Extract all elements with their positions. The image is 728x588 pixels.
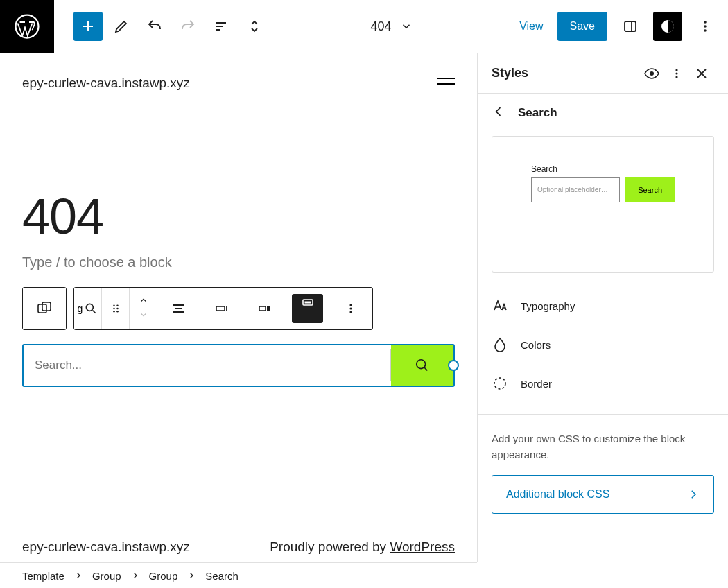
button-position-button[interactable] — [243, 288, 286, 329]
site-title[interactable]: epy-curlew-cava.instawp.xyz — [22, 76, 190, 91]
border-item[interactable]: Border — [478, 364, 728, 403]
additional-css-button[interactable]: Additional block CSS — [492, 475, 714, 514]
list-icon — [213, 18, 229, 35]
more-vertical-icon — [697, 18, 713, 35]
sidebar-icon — [622, 18, 639, 35]
add-block-button[interactable] — [73, 12, 103, 41]
footer-site-title[interactable]: epy-curlew-cava.instawp.xyz — [22, 539, 190, 555]
chevron-left-icon — [492, 105, 505, 119]
stylebook-button[interactable] — [639, 61, 664, 86]
styles-options-button[interactable] — [664, 61, 689, 86]
styles-nav: Search — [478, 94, 728, 132]
drop-icon — [492, 336, 508, 353]
svg-point-14 — [116, 311, 119, 313]
document-title[interactable]: 404 — [269, 19, 514, 34]
svg-point-24 — [650, 71, 654, 76]
wordpress-link[interactable]: WordPress — [390, 539, 455, 554]
drag-icon — [109, 302, 123, 315]
view-button[interactable]: View — [514, 15, 548, 38]
css-button-label: Additional block CSS — [506, 488, 609, 501]
styles-panel-title: Styles — [492, 66, 639, 80]
border-label: Border — [521, 378, 552, 390]
svg-point-12 — [116, 308, 119, 310]
search-icon — [84, 302, 98, 315]
redo-button[interactable] — [173, 12, 202, 41]
svg-point-28 — [494, 378, 505, 389]
toolbar-right-group: View Save — [514, 12, 720, 41]
button-style-button[interactable] — [286, 288, 329, 329]
move-down-button[interactable] — [137, 309, 150, 323]
wordpress-logo[interactable] — [0, 0, 54, 53]
drag-handle[interactable] — [102, 288, 130, 329]
svg-point-10 — [116, 305, 119, 307]
colors-label: Colors — [521, 339, 551, 351]
resize-handle[interactable] — [448, 360, 459, 371]
border-icon — [492, 375, 508, 392]
svg-point-23 — [417, 360, 426, 369]
site-footer-row: epy-curlew-cava.instawp.xyz Proudly powe… — [22, 539, 455, 555]
close-icon — [693, 65, 710, 82]
back-button[interactable] — [492, 105, 505, 121]
block-preview: Search Optional placeholder… Search — [492, 136, 714, 273]
preview-label: Search — [531, 164, 675, 174]
svg-point-27 — [675, 76, 677, 78]
group-icon — [36, 300, 53, 317]
toolbar-left-group — [54, 12, 269, 41]
block-appender[interactable]: Type / to choose a block — [22, 254, 455, 270]
main-area: epy-curlew-cava.instawp.xyz 404 Type / t… — [0, 53, 728, 562]
edit-tool-button[interactable] — [107, 12, 136, 41]
block-type-button[interactable]: g — [74, 288, 102, 329]
custom-css-section: Add your own CSS to customize the block … — [478, 414, 728, 530]
footer-credit: Proudly powered by WordPress — [270, 539, 455, 555]
typography-item[interactable]: Typography — [478, 286, 728, 325]
undo-button[interactable] — [140, 12, 169, 41]
site-header-row: epy-curlew-cava.instawp.xyz — [22, 76, 455, 91]
svg-rect-1 — [625, 21, 636, 31]
toggle-label-button[interactable] — [200, 288, 243, 329]
chevron-down-icon — [400, 20, 413, 33]
block-options-button[interactable] — [329, 288, 372, 329]
styles-panel-button[interactable] — [653, 12, 682, 41]
close-panel-button[interactable] — [689, 61, 714, 86]
align-button[interactable] — [157, 288, 200, 329]
search-submit-button[interactable] — [391, 345, 453, 386]
block-toolbar-parent — [22, 287, 67, 330]
contrast-icon — [659, 18, 676, 35]
svg-rect-16 — [259, 306, 266, 311]
svg-point-22 — [349, 311, 352, 313]
button-right-icon — [257, 300, 273, 317]
button-icon-style-icon — [300, 294, 316, 311]
chevron-right-icon — [687, 488, 700, 501]
options-button[interactable] — [691, 12, 720, 41]
hamburger-line — [437, 78, 455, 79]
svg-point-13 — [113, 311, 115, 313]
styles-nav-title: Search — [518, 106, 557, 120]
save-button[interactable]: Save — [557, 12, 607, 41]
page-title[interactable]: 404 — [22, 188, 455, 245]
typography-icon — [492, 297, 508, 314]
svg-point-20 — [349, 304, 352, 306]
styles-panel-header: Styles — [478, 53, 728, 94]
move-up-button[interactable] — [137, 294, 150, 309]
search-input[interactable] — [24, 345, 390, 386]
svg-point-11 — [113, 308, 115, 310]
settings-panel-button[interactable] — [616, 12, 645, 41]
svg-point-3 — [704, 21, 707, 24]
parent-block-button[interactable] — [23, 288, 66, 329]
styles-panel: Styles Search Search Optional placeholde… — [477, 53, 728, 562]
chevron-down-icon — [139, 310, 148, 320]
preview-input: Optional placeholder… — [531, 177, 620, 202]
css-description: Add your own CSS to customize the block … — [492, 431, 714, 462]
search-block[interactable] — [22, 344, 455, 387]
move-buttons — [130, 288, 157, 329]
colors-item[interactable]: Colors — [478, 325, 728, 364]
svg-rect-17 — [267, 306, 270, 311]
svg-point-4 — [704, 25, 707, 28]
svg-point-9 — [113, 305, 115, 307]
eye-icon — [643, 65, 660, 82]
nav-menu-button[interactable] — [437, 78, 455, 89]
undo-icon — [146, 18, 163, 35]
document-overview-button[interactable] — [240, 12, 269, 41]
top-toolbar: 404 View Save — [0, 0, 728, 53]
list-view-button[interactable] — [207, 12, 236, 41]
